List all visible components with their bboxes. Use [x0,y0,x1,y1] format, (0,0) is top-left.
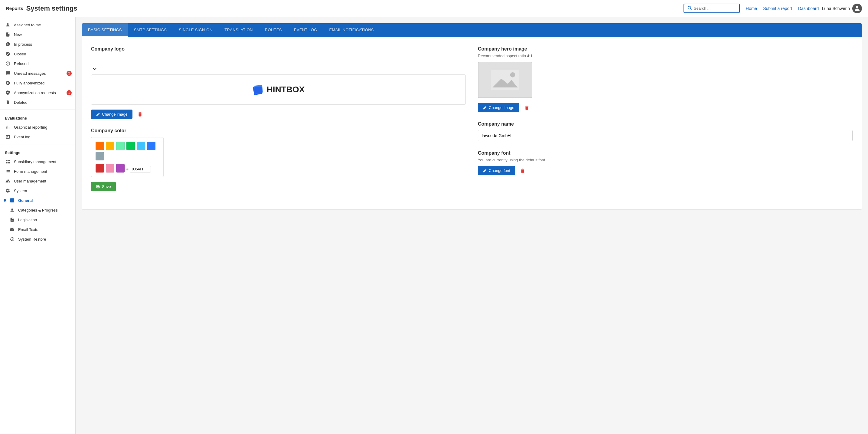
tab-routes[interactable]: ROUTES [259,23,288,37]
color-swatch-amber[interactable] [106,142,114,150]
sidebar-label-fully-anonymized: Fully anonymized [14,81,44,85]
company-font-title: Company font [478,150,852,156]
envelope-icon [9,227,15,232]
company-name-title: Company name [478,121,852,127]
check-circle-icon [5,52,11,56]
tab-email-notifications[interactable]: EMAIL NOTIFICATIONS [323,23,380,37]
save-button[interactable]: Save [91,182,116,191]
color-swatch-green[interactable] [126,142,135,150]
nav-submit-report[interactable]: Submit a report [763,6,792,11]
change-font-btn-label: Change font [489,168,510,173]
list-icon [5,169,11,174]
color-picker-area: # [91,137,164,177]
color-swatch-light-blue[interactable] [137,142,145,150]
tab-event-log[interactable]: EVENT LOG [288,23,323,37]
change-hero-button[interactable]: Change image [478,103,519,112]
delete-font-button[interactable] [518,166,527,175]
user-info: Luna Schwerin [822,4,862,13]
color-swatches-row2: # [96,164,151,173]
chat-icon [5,71,11,76]
reports-label: Reports [6,6,23,11]
sidebar-label-form-management: Form management [14,169,47,174]
circle-play-icon [5,42,11,47]
sidebar-item-event-log[interactable]: Event log [0,132,75,142]
tab-translation[interactable]: TRANSLATION [218,23,258,37]
svg-point-8 [510,72,515,78]
company-name-input[interactable] [478,130,852,141]
people-icon [5,179,11,183]
company-font-subtitle: You are currently using the default font… [478,158,852,162]
sidebar-item-email-texts[interactable]: Email Texts [0,225,75,234]
change-font-button[interactable]: Change font [478,166,515,175]
block-icon [5,61,11,66]
gear-icon [5,188,11,193]
user-avatar[interactable] [852,4,862,13]
color-swatch-orange[interactable] [96,142,104,150]
sidebar-label-new: New [14,32,22,37]
sidebar-item-deleted[interactable]: Deleted [0,97,75,107]
anonymization-requests-badge: 1 [66,90,72,95]
right-col: Company hero image Recommended aspect ra… [478,46,852,200]
color-swatch-pink[interactable] [106,164,114,173]
sidebar-item-system[interactable]: System [0,186,75,196]
tab-basic-settings[interactable]: BASIC SETTINGS [82,23,128,37]
sidebar-item-user-management[interactable]: User management [0,176,75,186]
hero-action-row: Change image [478,103,852,112]
sidebar-label-user-management: User management [14,179,46,183]
trash-icon [5,100,11,105]
company-font-section: Company font You are currently using the… [478,150,852,175]
hero-image-placeholder [478,62,532,98]
delete-logo-button[interactable] [135,110,145,119]
search-container [683,4,740,13]
delete-hero-button[interactable] [522,103,531,112]
sidebar-label-event-log: Event log [14,135,30,139]
save-row: Save [91,182,466,191]
sidebar-item-subsidiary-management[interactable]: Subsidiary management [0,157,75,167]
tab-smtp-settings[interactable]: SMTP SETTINGS [128,23,173,37]
color-swatch-purple[interactable] [116,164,125,173]
save-icon [96,184,100,189]
search-input[interactable] [694,6,736,10]
sidebar-item-form-management[interactable]: Form management [0,167,75,176]
settings-section-label: Settings [0,147,75,157]
sidebar-item-refused[interactable]: Refused [0,59,75,68]
color-swatch-light-green[interactable] [116,142,125,150]
nav-dashboard[interactable]: Dashboard [798,6,819,11]
page-title: System settings [23,4,683,12]
logo-brand-text: HINTBOX [267,85,305,94]
sidebar-label-in-process: In process [14,42,32,47]
sidebar-item-anonymization-requests[interactable]: Anonymization requests 1 [0,88,75,97]
sidebar-label-unread-messages: Unread messages [14,71,46,76]
left-col: Company logo [91,46,466,200]
search-icon [687,5,692,11]
sidebar-item-fully-anonymized[interactable]: Fully anonymized [0,78,75,88]
sidebar-item-graphical-reporting[interactable]: Graphical reporting [0,122,75,132]
sidebar-item-legislation[interactable]: Legislation [0,215,75,225]
tab-single-sign-on[interactable]: SINGLE SIGN-ON [173,23,218,37]
color-swatch-blue[interactable] [147,142,155,150]
app-container: Reports System settings Home Submit a re… [0,0,868,434]
sidebar-item-assigned-to-me[interactable]: Assigned to me [0,20,75,30]
evaluations-section-label: Evaluations [0,112,75,122]
color-hex-input[interactable] [130,166,151,173]
company-color-title: Company color [91,128,466,134]
sidebar-item-closed[interactable]: Closed [0,49,75,59]
sidebar-item-general[interactable]: General [0,196,75,205]
change-logo-button[interactable]: Change image [91,110,132,119]
sidebar-item-categories-progress[interactable]: Categories & Progress [0,205,75,215]
nav-home[interactable]: Home [746,6,757,11]
person-icon [5,22,11,27]
sidebar-item-in-process[interactable]: In process [0,39,75,49]
sidebar-item-unread-messages[interactable]: Unread messages 2 [0,68,75,78]
anonymous-icon [5,81,11,85]
change-hero-btn-label: Change image [489,105,515,110]
svg-point-0 [688,6,690,9]
logo-display: HINTBOX [252,84,305,96]
sidebar-item-new[interactable]: New [0,30,75,39]
sidebar-item-system-restore[interactable]: System Restore [0,234,75,244]
company-logo-section: Company logo [91,46,466,119]
pencil-icon [96,112,100,117]
color-swatch-grey[interactable] [96,152,104,161]
sidebar-label-legislation: Legislation [18,218,37,222]
color-swatch-red[interactable] [96,164,104,173]
